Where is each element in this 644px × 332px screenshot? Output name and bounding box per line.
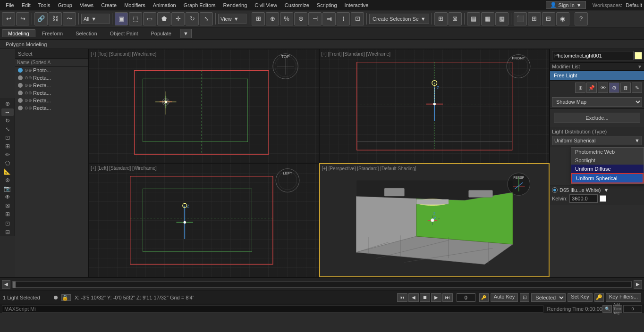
squash-icon[interactable]: ⊡: [1, 134, 14, 141]
scale-icon[interactable]: ⤡: [1, 125, 14, 133]
color-radio-button[interactable]: [552, 187, 558, 193]
add-time-tag-button[interactable]: Add Time Tag: [613, 305, 622, 313]
menu-customize[interactable]: Customize: [281, 1, 313, 9]
place-icon[interactable]: ⊞: [1, 142, 14, 150]
tab-object-paint[interactable]: Object Paint: [104, 29, 144, 37]
spinner-snap-button[interactable]: ⊛: [294, 12, 307, 25]
quick-render-button[interactable]: ▩: [495, 12, 508, 25]
scene-item-rect1[interactable]: ⊙⊕ Recta...: [15, 74, 88, 82]
select-icon[interactable]: ⊕: [1, 100, 14, 108]
scene-item-rect3[interactable]: ⊙⊕ Recta...: [15, 89, 88, 97]
dist-option-uniform-diffuse[interactable]: Uniform Diffuse: [571, 165, 644, 173]
modifier-free-light[interactable]: Free Light: [550, 71, 644, 80]
snap-icon[interactable]: ⊛: [1, 176, 14, 184]
tab-selection[interactable]: Selection: [69, 29, 103, 37]
menu-views[interactable]: Views: [76, 1, 97, 9]
select-rectangle-button[interactable]: ▭: [143, 12, 156, 25]
viewport-left[interactable]: [+] [Left] [Standard] [Wireframe] Z LEF: [88, 163, 319, 277]
unlink-button[interactable]: ⛓: [49, 12, 62, 25]
measure-icon[interactable]: 📐: [1, 168, 14, 175]
tab-modeling[interactable]: Modeling: [2, 29, 35, 37]
curve-editor-button[interactable]: ⌇: [337, 12, 350, 25]
render-frame-button[interactable]: ▦: [481, 12, 494, 25]
undo-button[interactable]: ↩: [2, 12, 15, 25]
tab-extra-button[interactable]: ▼: [180, 29, 192, 38]
rp-edit-icon[interactable]: ✎: [632, 83, 642, 93]
eye-icon[interactable]: 👁: [1, 193, 14, 201]
menu-civil-view[interactable]: Civil View: [251, 1, 280, 9]
object-color-box[interactable]: [635, 52, 642, 59]
select-object-button[interactable]: ▣: [115, 12, 128, 25]
move-button[interactable]: ✛: [171, 12, 185, 25]
paint-icon[interactable]: ✏: [1, 151, 14, 158]
set-key-icon2-button[interactable]: 🔑: [594, 293, 604, 302]
menu-rendering[interactable]: Rendering: [220, 1, 251, 9]
play-prev-button[interactable]: ◀: [408, 293, 419, 302]
dist-select-display[interactable]: Uniform Spherical ▼: [552, 136, 642, 145]
select-link-button[interactable]: 🔗: [34, 12, 48, 25]
menu-create[interactable]: Create: [97, 1, 120, 9]
rp-add-icon[interactable]: ⊕: [575, 83, 585, 93]
nav-prev-button[interactable]: ◀: [2, 280, 10, 289]
selected-dropdown[interactable]: Selected: [531, 293, 566, 302]
exclude-button[interactable]: Exclude...: [554, 113, 640, 123]
menu-interactive[interactable]: Interactive: [341, 1, 373, 9]
shadow-map-select[interactable]: Shadow Map: [552, 97, 642, 107]
tab-freeform[interactable]: Freeform: [36, 29, 69, 37]
expand-icon[interactable]: ⊡: [1, 220, 14, 227]
lock-button[interactable]: 🔓: [61, 294, 71, 301]
maxscript-input[interactable]: [2, 305, 543, 313]
object-name-field[interactable]: [552, 51, 634, 60]
frame-slider[interactable]: [12, 281, 632, 288]
scene-item-photometric[interactable]: ⊙⊕ Photo...: [15, 66, 88, 74]
scene-explorer-button[interactable]: ⊠: [449, 12, 462, 25]
create-selection-button[interactable]: Create Selection Se ▼: [369, 14, 429, 24]
snap-toggle-button[interactable]: ⊞: [252, 12, 265, 25]
play-end-button[interactable]: ⏭: [442, 293, 453, 302]
frame-slider-thumb[interactable]: [13, 282, 16, 288]
scene-item-rect2[interactable]: ⊙⊕ Recta...: [15, 82, 88, 89]
viewport-perspective[interactable]: [+] [Perspective] [Standard] [Default Sh…: [319, 163, 550, 277]
scene-item-rect5[interactable]: ⊙⊕ Recta...: [15, 104, 88, 112]
modifier-list-arrow[interactable]: ▼: [637, 64, 642, 69]
rp-eye-icon[interactable]: 👁: [598, 83, 608, 93]
filter-dropdown[interactable]: All▼: [81, 14, 110, 24]
frame-input[interactable]: [457, 293, 475, 302]
menu-tools[interactable]: Tools: [34, 1, 54, 9]
rotate-icon[interactable]: ↻: [1, 117, 14, 124]
collapse-icon[interactable]: ⊟: [1, 228, 14, 236]
layer-manager-button[interactable]: ⊞: [434, 12, 448, 25]
bind-space-warp-button[interactable]: 〜: [63, 12, 76, 25]
layer-icon[interactable]: ⊠: [1, 202, 14, 209]
display-panel-button[interactable]: ▤: [467, 12, 480, 25]
tab-populate[interactable]: Populate: [144, 29, 177, 37]
kelvin-input[interactable]: [569, 194, 598, 203]
move-icon[interactable]: ↔: [1, 108, 14, 116]
redo-button[interactable]: ↪: [16, 12, 29, 25]
zoom-button[interactable]: 🔍: [602, 305, 612, 313]
rp-pin-icon[interactable]: 📌: [586, 83, 597, 93]
camera-icon[interactable]: 📷: [1, 185, 14, 192]
view-dropdown[interactable]: View▼: [218, 14, 246, 24]
schematic-view-button[interactable]: ⊡: [351, 12, 364, 25]
auto-key-button[interactable]: Auto Key: [491, 293, 518, 302]
dist-option-uniform-spherical[interactable]: Uniform Spherical: [571, 173, 644, 183]
set-key-button[interactable]: Set Key: [568, 293, 593, 302]
viewport-top[interactable]: [+] [Top] [Standard] [Wireframe]: [88, 49, 319, 163]
menu-group[interactable]: Group: [54, 1, 76, 9]
align-button[interactable]: ⫥: [322, 12, 336, 25]
play-start-button[interactable]: ⏮: [397, 293, 407, 302]
rp-delete-icon[interactable]: 🗑: [620, 83, 631, 93]
select-lasso-button[interactable]: ⬟: [157, 12, 170, 25]
dist-option-photometric-web[interactable]: Photometric Web: [571, 148, 644, 156]
rendered-frame-button[interactable]: ⊟: [542, 12, 555, 25]
menu-modifiers[interactable]: Modifiers: [120, 1, 149, 9]
nav-next-button[interactable]: ▶: [634, 280, 642, 289]
activeshade-button[interactable]: ◉: [556, 12, 569, 25]
kelvin-color-swatch[interactable]: [600, 195, 606, 202]
set-key-icon-button[interactable]: 🔑: [479, 293, 489, 302]
name-column-header[interactable]: Name (Sorted A: [15, 59, 88, 66]
dist-option-spotlight[interactable]: Spotlight: [571, 156, 644, 165]
menu-scripting[interactable]: Scripting: [313, 1, 341, 9]
play-stop-button[interactable]: ⏹: [420, 293, 430, 302]
